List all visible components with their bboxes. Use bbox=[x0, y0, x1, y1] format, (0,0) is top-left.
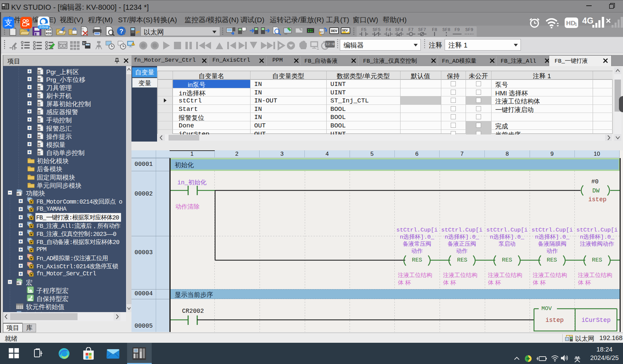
svg-text:1: 1 bbox=[574, 22, 577, 27]
svg-text:!: ! bbox=[133, 42, 134, 46]
svg-text:HD: HD bbox=[566, 20, 575, 27]
